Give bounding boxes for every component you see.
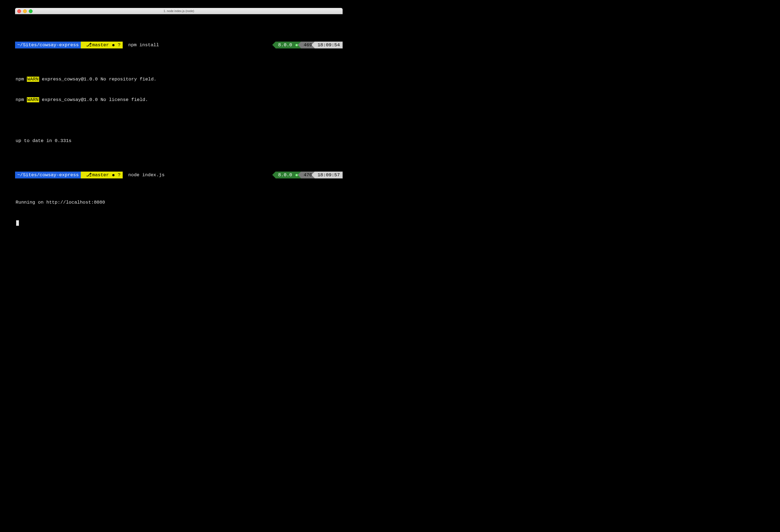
clock-time: 18:09:54 — [318, 42, 340, 48]
close-icon[interactable] — [17, 9, 21, 13]
git-dirty-icon — [112, 174, 114, 176]
git-branch: master — [92, 42, 109, 48]
branch-icon: ⎇ — [86, 172, 92, 177]
command-segment: npm install — [123, 42, 161, 48]
cwd-path: ~/Sites/cowsay-express — [17, 172, 79, 178]
terminal-window: 1. node index.js (node) ~/Sites/cowsay-e… — [15, 8, 343, 227]
node-version-segment: 8.0.0 — [276, 42, 301, 48]
blank-line — [15, 117, 343, 124]
warn-badge: WARN — [27, 97, 39, 102]
path-segment: ~/Sites/cowsay-express — [15, 172, 81, 178]
history-number: 469 — [304, 42, 312, 48]
titlebar: 1. node index.js (node) — [15, 8, 343, 14]
output-line: Running on http://localhost:8080 — [15, 199, 343, 206]
command-text: npm install — [128, 42, 159, 48]
history-number: 470 — [304, 172, 312, 178]
terminal-body[interactable]: ~/Sites/cowsay-express ⎇master ? npm ins… — [15, 14, 343, 227]
cursor-icon — [16, 220, 19, 226]
output-line: up to date in 0.331s — [15, 138, 343, 144]
right-status: 8.0.0 470 18:09:57 — [276, 172, 343, 178]
path-segment: ~/Sites/cowsay-express — [15, 42, 81, 48]
git-segment: ⎇master ? — [81, 172, 123, 178]
node-version: 8.0.0 — [278, 172, 292, 177]
status-dot-icon — [295, 174, 298, 176]
warn-badge: WARN — [27, 76, 39, 82]
right-status: 8.0.0 469 18:09:54 — [276, 42, 343, 48]
git-flags: ? — [118, 42, 120, 48]
window-title: 1. node index.js (node) — [15, 9, 343, 13]
git-dirty-icon — [112, 44, 114, 46]
cwd-path: ~/Sites/cowsay-express — [17, 42, 79, 48]
output-line: npm WARN express_cowsay@1.0.0 No reposit… — [15, 76, 343, 83]
node-version-segment: 8.0.0 — [276, 172, 301, 178]
git-flags: ? — [118, 172, 120, 177]
prompt-line: ~/Sites/cowsay-express ⎇master ? npm ins… — [15, 42, 343, 48]
status-dot-icon — [295, 44, 298, 46]
output-line: npm WARN express_cowsay@1.0.0 No license… — [15, 96, 343, 103]
node-version: 8.0.0 — [278, 42, 292, 48]
command-text: node index.js — [128, 172, 164, 178]
cursor-line — [15, 219, 343, 226]
zoom-icon[interactable] — [29, 9, 33, 13]
prompt-line: ~/Sites/cowsay-express ⎇master ? node in… — [15, 172, 343, 178]
clock-segment: 18:09:57 — [315, 172, 343, 178]
git-branch: master — [92, 172, 109, 177]
minimize-icon[interactable] — [23, 9, 27, 13]
branch-icon: ⎇ — [86, 42, 92, 48]
git-segment: ⎇master ? — [81, 42, 123, 48]
clock-segment: 18:09:54 — [315, 42, 343, 48]
command-segment: node index.js — [123, 172, 167, 178]
clock-time: 18:09:57 — [318, 172, 340, 178]
